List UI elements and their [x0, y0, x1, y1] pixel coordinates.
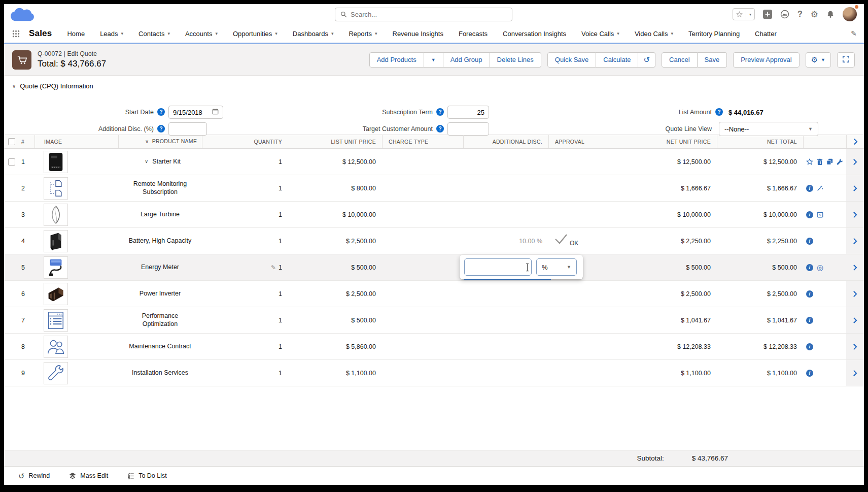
add-products-dropdown-button[interactable]: ▼ [424, 52, 443, 68]
edit-pencil-icon[interactable]: ✎ [271, 264, 276, 271]
delete-lines-button[interactable]: Delete Lines [490, 52, 541, 68]
quantity-cell[interactable]: 1 [202, 149, 288, 175]
select-all-checkbox[interactable] [8, 138, 15, 145]
quantity-cell[interactable]: 1 [202, 307, 288, 333]
row-collapse-icon[interactable]: ∨ [145, 158, 148, 165]
col-product-name[interactable]: ∨PRODUCT NAME [118, 135, 202, 148]
cancel-button[interactable]: Cancel [662, 52, 697, 68]
nav-item-home[interactable]: Home [67, 30, 85, 38]
quantity-cell[interactable]: ✎1 [202, 254, 288, 280]
info-icon[interactable]: i [806, 264, 813, 271]
calculate-button[interactable]: Calculate [596, 52, 638, 68]
trailhead-icon[interactable] [780, 10, 789, 19]
product-name[interactable]: Power Inverter [118, 281, 202, 307]
product-name[interactable]: Energy Meter [118, 254, 202, 280]
start-date-field[interactable]: 9/15/2018 [168, 106, 223, 119]
quantity-cell[interactable]: 1 [202, 281, 288, 307]
favorite-icon[interactable] [806, 158, 813, 166]
nav-item-accounts[interactable]: Accounts▾ [185, 30, 218, 38]
target-customer-amount-field[interactable] [447, 122, 489, 136]
target-customer-amount-help-icon[interactable]: ? [436, 125, 444, 133]
info-icon[interactable]: i [806, 343, 813, 350]
list-unit-price-cell[interactable]: $ 500.00 [288, 307, 382, 333]
list-amount-help-icon[interactable]: ? [715, 108, 723, 116]
nav-item-revenue-insights[interactable]: Revenue Insights [393, 30, 443, 38]
nav-item-chatter[interactable]: Chatter [755, 30, 777, 38]
preview-approval-button[interactable]: Preview Approval [733, 52, 799, 68]
global-search[interactable] [335, 8, 512, 21]
section-header-quote-info[interactable]: ∨ Quote (CPQ) Information [4, 76, 864, 92]
discount-unit-select[interactable]: %▼ [536, 258, 577, 276]
list-unit-price-cell[interactable]: $ 2,500.00 [288, 281, 382, 307]
nav-item-reports[interactable]: Reports▾ [349, 30, 377, 38]
nav-item-dashboards[interactable]: Dashboards▾ [293, 30, 334, 38]
product-name[interactable]: Performance Optimization [118, 307, 202, 333]
row-drill-chevron[interactable] [846, 281, 864, 307]
additional-disc-cell[interactable]: 10.00 % [463, 228, 548, 254]
row-drill-chevron[interactable] [846, 228, 864, 254]
product-name[interactable]: Remote Monitoring Subscription [118, 175, 202, 201]
start-date-help-icon[interactable]: ? [157, 108, 165, 116]
search-input[interactable] [351, 11, 507, 18]
info-icon[interactable]: i [806, 185, 813, 192]
info-icon[interactable]: i [806, 290, 813, 298]
row-drill-chevron[interactable] [846, 202, 864, 227]
row-drill-chevron[interactable] [846, 307, 864, 333]
info-icon[interactable]: i [806, 238, 813, 245]
list-unit-price-cell[interactable]: $ 12,500.00 [288, 149, 382, 175]
additional-disc-help-icon[interactable]: ? [157, 125, 165, 133]
row-drill-chevron[interactable] [846, 334, 864, 359]
additional-disc-cell[interactable] [463, 202, 548, 227]
delete-icon[interactable] [817, 158, 823, 166]
section-collapse-icon[interactable]: ∨ [12, 83, 16, 89]
quantity-cell[interactable]: 1 [202, 334, 288, 359]
global-actions-icon[interactable] [763, 10, 772, 19]
additional-disc-cell[interactable] [463, 281, 548, 307]
subscription-term-help-icon[interactable]: ? [436, 108, 444, 116]
configure-icon[interactable] [837, 158, 843, 165]
list-unit-price-cell[interactable]: $ 2,500.00 [288, 228, 382, 254]
product-name[interactable]: ∨Starter Kit [118, 149, 202, 175]
product-name[interactable]: Installation Services [118, 360, 202, 386]
undo-button[interactable]: ↺ [638, 52, 655, 68]
additional-disc-cell[interactable] [463, 360, 548, 386]
info-icon[interactable]: i [806, 317, 813, 324]
nav-item-leads[interactable]: Leads▾ [100, 30, 123, 38]
quick-save-button[interactable]: Quick Save [547, 52, 596, 68]
favorites-control[interactable]: ▾ [733, 8, 755, 20]
quantity-cell[interactable]: 1 [202, 228, 288, 254]
subscription-term-input[interactable] [452, 109, 484, 116]
additional-disc-cell[interactable] [463, 334, 548, 359]
fullscreen-toggle-button[interactable] [837, 52, 855, 68]
quantity-cell[interactable]: 1 [202, 175, 288, 201]
help-icon[interactable]: ? [797, 10, 803, 19]
product-name[interactable]: Maintenance Contract [118, 334, 202, 359]
discount-wand-icon[interactable] [817, 185, 823, 191]
favorites-caret-icon[interactable]: ▾ [746, 9, 754, 20]
target-customer-amount-input[interactable] [452, 125, 484, 133]
nav-item-video-calls[interactable]: Video Calls▾ [635, 30, 673, 38]
row-drill-chevron[interactable] [846, 360, 864, 386]
settings-dropdown-button[interactable]: ⚙▼ [806, 52, 831, 68]
list-unit-price-cell[interactable]: $ 800.00 [288, 175, 382, 201]
row-checkbox[interactable] [8, 158, 15, 166]
discount-value-input[interactable] [464, 258, 532, 276]
product-name[interactable]: Large Turbine [118, 202, 202, 227]
row-drill-chevron[interactable] [846, 254, 864, 280]
info-icon[interactable]: i [806, 370, 813, 377]
user-avatar[interactable] [843, 7, 857, 21]
add-products-button[interactable]: Add Products [369, 52, 424, 68]
subscription-term-field[interactable] [447, 106, 489, 119]
target-icon[interactable]: ◎ [817, 264, 823, 271]
quantity-cell[interactable]: 1 [202, 360, 288, 386]
add-group-button[interactable]: Add Group [443, 52, 490, 68]
favorite-star-icon[interactable] [733, 9, 746, 20]
additional-disc-field[interactable] [168, 122, 207, 136]
save-button[interactable]: Save [698, 52, 727, 68]
utility-item-rewind[interactable]: ↺Rewind [18, 472, 50, 480]
additional-disc-cell[interactable] [463, 149, 548, 175]
nav-item-contacts[interactable]: Contacts▾ [138, 30, 170, 38]
additional-disc-input[interactable] [173, 125, 202, 133]
info-icon[interactable]: i [806, 211, 813, 218]
list-unit-price-cell[interactable]: $ 1,100.00 [288, 360, 382, 386]
